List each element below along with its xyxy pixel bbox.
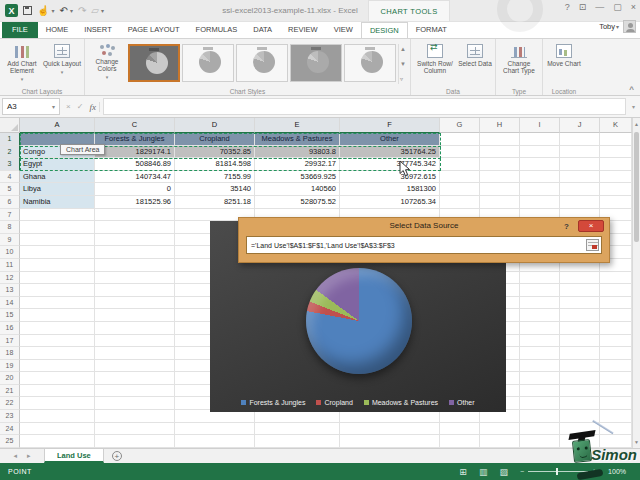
cell-A11[interactable] [20,259,95,272]
name-box[interactable]: A3 ▾ [2,98,60,115]
scrollbar-thumb[interactable] [634,132,639,242]
cell-E1[interactable]: Meadows & Pastures [255,133,340,146]
cell-A9[interactable] [20,234,95,247]
cell-I5[interactable] [520,183,560,196]
row-header-9[interactable]: 9 [0,234,20,247]
cell-I19[interactable] [520,360,560,373]
formula-input[interactable] [103,98,626,115]
cell-D2[interactable]: 70352.85 [175,146,255,159]
cell-D3[interactable]: 81814.598 [175,158,255,171]
row-header-17[interactable]: 17 [0,335,20,348]
undo-icon[interactable]: ↶ [60,5,68,17]
row-header-21[interactable]: 21 [0,385,20,398]
cell-J25[interactable] [560,435,600,448]
row-header-16[interactable]: 16 [0,322,20,335]
row-header-7[interactable]: 7 [0,209,20,222]
zoom-level[interactable]: 100% [608,468,626,475]
cell-D5[interactable]: 35140 [175,183,255,196]
cell-E25[interactable] [255,435,340,448]
cell-C4[interactable]: 140734.47 [95,171,175,184]
page-break-view-icon[interactable]: ▨ [499,467,508,477]
cell-C14[interactable] [95,297,175,310]
column-header-J[interactable]: J [560,118,600,133]
cell-F4[interactable]: 36972.615 [340,171,440,184]
cell-J16[interactable] [560,322,600,335]
cell-J4[interactable] [560,171,600,184]
cell-H4[interactable] [480,171,520,184]
cell-A24[interactable] [20,423,95,436]
cell-I2[interactable] [520,146,560,159]
cell-C11[interactable] [95,259,175,272]
row-header-14[interactable]: 14 [0,297,20,310]
cell-C22[interactable] [95,397,175,410]
cell-F2[interactable]: 351764.25 [340,146,440,159]
cell-A17[interactable] [20,335,95,348]
gallery-more-icon[interactable]: ▿ [400,75,406,82]
cell-A5[interactable]: Libya [20,183,95,196]
cell-A15[interactable] [20,309,95,322]
quick-layout-button[interactable]: Quick Layout▾ [43,42,81,76]
cell-I17[interactable] [520,335,560,348]
cell-C18[interactable] [95,347,175,360]
column-header-C[interactable]: C [95,118,175,133]
switch-row-column-button[interactable]: Switch Row/ Column [414,42,456,74]
cell-C1[interactable]: Forests & Jungles [95,133,175,146]
cell-K16[interactable] [600,322,632,335]
cell-A4[interactable]: Ghana [20,171,95,184]
new-sheet-button[interactable]: + [112,451,122,461]
style-dark-selected[interactable] [128,44,180,82]
zoom-in-icon[interactable]: + [592,468,596,475]
cell-C6[interactable]: 181525.96 [95,196,175,209]
cell-F1[interactable]: Other [340,133,440,146]
row-header-12[interactable]: 12 [0,272,20,285]
cell-C9[interactable] [95,234,175,247]
cell-A25[interactable] [20,435,95,448]
ribbon-display-options-button[interactable]: ⊡ [579,2,587,12]
normal-view-icon[interactable]: ⊞ [459,467,467,477]
cell-I22[interactable] [520,397,560,410]
cell-G5[interactable] [440,183,480,196]
cell-K6[interactable] [600,196,632,209]
insert-function-icon[interactable]: fx [89,102,96,112]
cell-C25[interactable] [95,435,175,448]
tab-data[interactable]: DATA [245,22,280,38]
cell-K21[interactable] [600,385,632,398]
cell-K20[interactable] [600,372,632,385]
style-light-3[interactable] [344,44,396,82]
row-header-1[interactable]: 1 [0,133,20,146]
cell-C24[interactable] [95,423,175,436]
row-header-11[interactable]: 11 [0,259,20,272]
tab-page-layout[interactable]: PAGE LAYOUT [120,22,188,38]
cell-K14[interactable] [600,297,632,310]
cell-C8[interactable] [95,221,175,234]
cell-H3[interactable] [480,158,520,171]
row-header-20[interactable]: 20 [0,372,20,385]
cell-G4[interactable] [440,171,480,184]
page-layout-view-icon[interactable]: ▥ [479,467,488,477]
cell-K18[interactable] [600,347,632,360]
row-header-19[interactable]: 19 [0,360,20,373]
cell-D24[interactable] [175,423,255,436]
gallery-down-icon[interactable]: ▼ [400,61,406,67]
cell-J5[interactable] [560,183,600,196]
cell-C17[interactable] [95,335,175,348]
cell-E3[interactable]: 29932.17 [255,158,340,171]
cell-K1[interactable] [600,133,632,146]
cell-D6[interactable]: 8251.18 [175,196,255,209]
cell-C13[interactable] [95,284,175,297]
move-chart-button[interactable]: Move Chart [546,42,582,67]
confirm-entry-icon[interactable]: ✓ [77,102,84,111]
cell-A16[interactable] [20,322,95,335]
cell-I6[interactable] [520,196,560,209]
cell-A19[interactable] [20,360,95,373]
cell-A22[interactable] [20,397,95,410]
row-header-24[interactable]: 24 [0,423,20,436]
cell-J15[interactable] [560,309,600,322]
cell-F5[interactable]: 1581300 [340,183,440,196]
column-header-I[interactable]: I [520,118,560,133]
cell-K24[interactable] [600,423,632,436]
cell-H1[interactable] [480,133,520,146]
cell-K4[interactable] [600,171,632,184]
column-header-H[interactable]: H [480,118,520,133]
cell-D4[interactable]: 7155.99 [175,171,255,184]
